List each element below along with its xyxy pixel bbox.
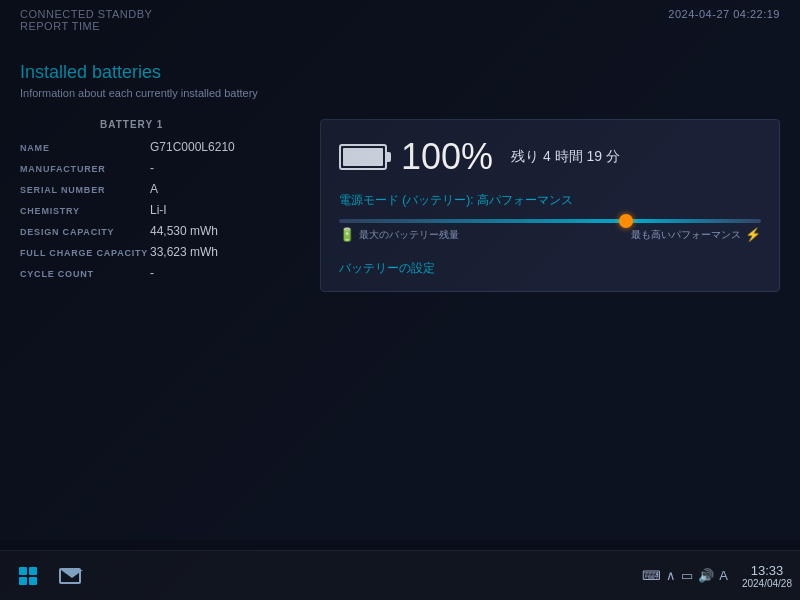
bolt-icon: ⚡ [745,227,761,242]
battery-row-value: 33,623 mWh [150,245,218,259]
battery-row-value: - [150,266,154,280]
battery-row-value: 44,530 mWh [150,224,218,238]
connected-standby-label: CONNECTED STANDBY [20,8,152,20]
taskbar-mail-app[interactable] [52,558,88,594]
battery-icon [339,144,387,170]
battery-row-label: SERIAL NUMBER [20,185,150,195]
clock-date: 2024/04/28 [742,578,792,589]
power-mode-label: 電源モード (バッテリー): 高パフォーマンス [339,192,761,209]
battery-row-label: NAME [20,143,150,153]
clock-time: 13:33 [742,563,792,578]
power-mode-slider[interactable]: 🔋 最大のバッテリー残量 最も高いパフォーマンス ⚡ [339,219,761,242]
battery-row: DESIGN CAPACITY 44,530 mWh [20,224,300,238]
windows-icon [19,567,37,585]
start-button[interactable] [8,556,48,596]
battery-row: CHEMISTRY Li-I [20,203,300,217]
battery-row-label: FULL CHARGE CAPACITY [20,248,150,258]
mail-icon [59,568,81,584]
battery-row-value: - [150,161,154,175]
taskbar: ⌨ ∧ ▭ 🔊 A 13:33 2024/04/28 [0,550,800,600]
battery-row-value: A [150,182,158,196]
battery-column-header: BATTERY 1 [100,119,300,130]
battery-row-label: CYCLE COUNT [20,269,150,279]
ime-icon[interactable]: A [719,568,728,583]
section-subtitle: Information about each currently install… [20,87,780,99]
battery-popup: 100% 残り 4 時間 19 分 電源モード (バッテリー): 高パフォーマン… [320,119,780,292]
slider-right-label: 最も高いパフォーマンス ⚡ [631,227,761,242]
battery-row-value: G71C000L6210 [150,140,235,154]
volume-icon[interactable]: 🔊 [698,568,714,583]
slider-left-label: 🔋 最大のバッテリー残量 [339,227,459,242]
battery-table: BATTERY 1 NAME G71C000L6210 MANUFACTURER… [20,119,300,292]
battery-row: SERIAL NUMBER A [20,182,300,196]
report-time-label: REPORT TIME [20,20,100,32]
battery-row-label: CHEMISTRY [20,206,150,216]
battery-settings-link[interactable]: バッテリーの設定 [339,260,435,277]
system-tray: ⌨ ∧ ▭ 🔊 A 13:33 2024/04/28 [642,563,792,589]
battery-percent: 100% [401,136,493,178]
battery-time-remaining: 残り 4 時間 19 分 [511,147,620,167]
section-title: Installed batteries [20,62,780,83]
battery-row: MANUFACTURER - [20,161,300,175]
tray-icons: ⌨ ∧ ▭ 🔊 A [642,568,728,583]
keyboard-icon: ⌨ [642,568,661,583]
display-icon: ▭ [681,568,693,583]
battery-row-label: MANUFACTURER [20,164,150,174]
battery-row-label: DESIGN CAPACITY [20,227,150,237]
chevron-up-icon[interactable]: ∧ [666,568,676,583]
clock[interactable]: 13:33 2024/04/28 [742,563,792,589]
battery-row-value: Li-I [150,203,167,217]
datetime-label: 2024-04-27 04:22:19 [668,8,780,20]
battery-row: CYCLE COUNT - [20,266,300,280]
battery-leaf-icon: 🔋 [339,227,355,242]
battery-row: NAME G71C000L6210 [20,140,300,154]
battery-row: FULL CHARGE CAPACITY 33,623 mWh [20,245,300,259]
